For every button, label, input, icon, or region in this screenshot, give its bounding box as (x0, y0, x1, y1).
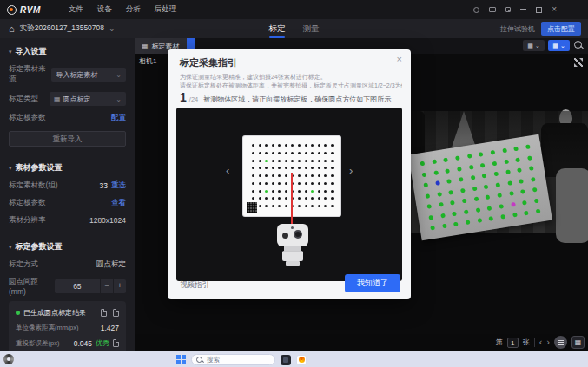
camera-indicator-icon (291, 226, 294, 229)
modal-desc-line1: 为保证测量结果更精准，建议拍摄24张素材进行标定。 (180, 73, 402, 82)
search-placeholder: 搜索 (207, 356, 220, 364)
pixel-distance-label: 单位像素距离(mm/px) (16, 324, 79, 332)
divider (534, 338, 535, 347)
quality-badge: 优秀 (96, 338, 109, 348)
prev-page-button[interactable]: ‹ (539, 338, 543, 347)
calibration-result-card: 已生成圆点标定结果 单位像素距离(mm/px) 1.427 重投影误差(px) … (9, 301, 126, 351)
configure-board-link[interactable]: 配置 (111, 113, 126, 123)
previous-step-icon[interactable]: ‹ (226, 165, 229, 176)
browser-icon[interactable] (3, 354, 14, 364)
section-import-settings[interactable]: ▾ 导入设置 (9, 46, 126, 57)
experiment-name: 实验20260127_13550708 (20, 23, 104, 34)
video-guide-link[interactable]: 视频指引 (180, 280, 209, 291)
close-window-button[interactable]: × (552, 5, 557, 14)
detail-report-icon[interactable] (113, 339, 119, 347)
background-cone (452, 111, 476, 147)
source-label: 标定素材来源 (9, 64, 51, 85)
type-select[interactable]: ▦ 圆点标定 ⌄ (50, 92, 126, 106)
export-report-icon[interactable] (101, 309, 107, 317)
reimport-button[interactable]: 重新导入 (9, 131, 126, 147)
confirm-button[interactable]: 我知道了 (345, 274, 400, 292)
person-silhouette (541, 123, 588, 177)
board-icon: ▦ (552, 43, 558, 49)
next-step-icon[interactable]: › (349, 165, 353, 176)
menu-postprocess[interactable]: 后处理 (155, 4, 177, 15)
configure-device-button[interactable]: 点击配置 (541, 22, 581, 36)
material-count-value: 33 (100, 181, 108, 190)
modal-title: 标定采集指引 (180, 56, 237, 69)
tab-measurement[interactable]: 测量 (303, 19, 320, 38)
board-icon: ▦ (142, 43, 149, 50)
board-params-label: 标定板参数 (9, 198, 46, 208)
section-calibration-params[interactable]: ▾ 标定参数设置 (9, 241, 126, 252)
search-icon (196, 357, 203, 364)
menu-bar: 文件 设备 分析 后处理 (69, 4, 177, 15)
reprojection-error-value: 0.045 (74, 339, 92, 348)
collapse-triangle-icon: ▾ (9, 49, 12, 56)
experiment-dropdown-icon[interactable]: ⌄ (109, 24, 116, 33)
collapse-triangle-icon: ▾ (9, 244, 12, 251)
list-view-button[interactable] (554, 336, 567, 349)
fullscreen-icon[interactable] (574, 58, 583, 67)
layout-select-button-active[interactable]: ▦ ⌄ (548, 40, 570, 51)
view-board-link[interactable]: 查看 (111, 198, 126, 208)
zoom-icon[interactable] (573, 40, 585, 51)
step-instruction: 被测物体区域，请正向摆放标定板，确保圆点方位如下图所示 (203, 95, 391, 104)
device-status: 拉伸试验机 点击配置 (500, 22, 581, 36)
resolution-value: 1280x1024 (89, 216, 126, 225)
page-number-input[interactable]: 1 (507, 338, 519, 348)
board-icon: ▦ (54, 95, 61, 103)
reselect-link[interactable]: 重选 (111, 180, 126, 191)
person-silhouette (559, 109, 572, 127)
menu-file[interactable]: 文件 (69, 4, 83, 15)
spacing-increase-button[interactable]: + (113, 279, 126, 293)
camera-device-illustration (276, 224, 309, 266)
mode-tabs: 标定 测量 (269, 19, 320, 38)
menu-device[interactable]: 设备 (97, 4, 112, 15)
layout-select-button[interactable]: ▦ ⌄ (523, 40, 545, 51)
method-label: 标定方式 (9, 259, 38, 270)
step-total: /24 (189, 95, 198, 103)
pixel-distance-value: 1.427 (101, 324, 119, 332)
source-select[interactable]: 导入标定素材 ⌄ (51, 68, 126, 82)
menu-analysis[interactable]: 分析 (126, 4, 141, 15)
maximize-button[interactable] (536, 7, 542, 13)
spacing-decrease-button[interactable]: − (100, 279, 113, 293)
settings-icon[interactable] (505, 7, 511, 12)
grid-view-button[interactable]: ▦ (571, 336, 585, 349)
spacing-input[interactable]: 65 (55, 279, 100, 293)
device-label: 拉伸试验机 (500, 24, 535, 34)
grid-icon: ▦ (575, 338, 582, 346)
method-value: 圆点标定 (96, 259, 126, 270)
type-label: 标定类型 (9, 94, 38, 104)
chevron-down-icon: ⌄ (116, 95, 122, 103)
material-count-label: 标定素材数(组) (9, 180, 58, 191)
window-controls: × (473, 0, 557, 19)
taskbar-app-icon[interactable] (281, 355, 291, 365)
sync-icon[interactable] (473, 7, 479, 13)
titlebar: RVM 文件 设备 分析 后处理 × (0, 0, 588, 19)
taskbar-app-icon[interactable] (296, 355, 307, 365)
camera-lens-icon (282, 233, 288, 239)
calibration-guide-modal: 标定采集指引 × 为保证测量结果更精准，建议拍摄24张素材进行标定。 请保证标定… (168, 49, 411, 299)
navbar: ⌂ 实验20260127_13550708 ⌄ 标定 测量 拉伸试验机 点击配置 (0, 19, 588, 38)
copy-result-icon[interactable] (113, 309, 119, 317)
qr-marker (247, 202, 257, 213)
chevron-down-icon: ⌄ (116, 71, 122, 79)
minimize-button[interactable] (520, 9, 526, 10)
modal-desc-line2: 请保证标定板处在被测物体距离，并被完整拍摄，标定板尺寸占测量区域1/2~2/3为… (180, 82, 402, 90)
section-material-params[interactable]: ▾ 素材参数设置 (9, 162, 126, 174)
taskbar-search-input[interactable]: 搜索 (191, 354, 275, 365)
spacing-label: 圆点间距(mm) (9, 277, 55, 296)
display-icon[interactable] (489, 7, 496, 12)
tab-calibration[interactable]: 标定 (269, 19, 286, 38)
close-icon[interactable]: × (397, 54, 402, 64)
next-page-button[interactable]: › (546, 338, 550, 347)
start-button-icon[interactable] (176, 355, 186, 364)
settings-sidebar: ▾ 导入设置 标定素材来源 导入标定素材 ⌄ 标定类型 ▦ 圆点标定 ⌄ 标定板… (0, 38, 135, 351)
board-icon: ▦ (527, 43, 533, 49)
app-window: RVM 文件 设备 分析 后处理 × ⌂ 实验20260127_13550708… (0, 0, 588, 367)
board-params-label: 标定板参数 (9, 113, 46, 123)
camera-lens-icon (294, 230, 302, 239)
home-icon[interactable]: ⌂ (9, 23, 15, 34)
